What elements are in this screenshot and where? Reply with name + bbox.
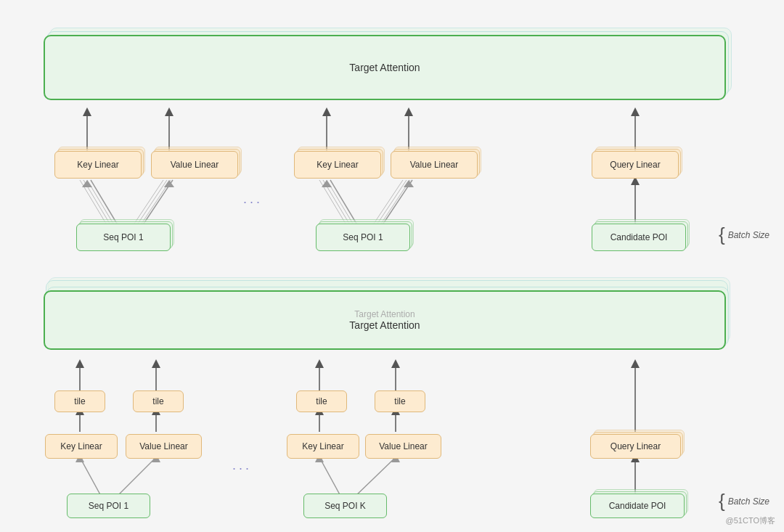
svg-marker-13 bbox=[165, 107, 173, 116]
svg-line-44 bbox=[319, 457, 341, 497]
top-g1-value-linear: Value Linear bbox=[151, 151, 238, 179]
bottom-g2-key-linear: Key Linear bbox=[287, 434, 359, 459]
bottom-g2-tile1: tile bbox=[296, 390, 347, 412]
bottom-g3-candidate-poi: Candidate POI bbox=[590, 494, 685, 518]
top-g3-query-linear: Query Linear bbox=[592, 151, 679, 179]
top-g2-value-linear: Value Linear bbox=[391, 151, 478, 179]
top-section: Target Attention Key Linear Value Linear… bbox=[15, 13, 769, 260]
bottom-g1-seq-poi: Seq POI 1 bbox=[67, 494, 150, 518]
top-target-attention-label: Target Attention bbox=[349, 62, 420, 73]
bottom-g2-value-linear: Value Linear bbox=[365, 434, 441, 459]
bottom-dots: ··· bbox=[232, 461, 252, 476]
svg-marker-4 bbox=[82, 180, 92, 187]
svg-line-46 bbox=[354, 457, 396, 497]
svg-marker-59 bbox=[631, 359, 640, 368]
bottom-g1-key-linear: Key Linear bbox=[45, 434, 118, 459]
top-g2-key-linear: Key Linear bbox=[294, 151, 381, 179]
top-g1-seq-poi: Seq POI 1 bbox=[76, 224, 171, 251]
svg-marker-27 bbox=[404, 107, 413, 116]
bottom-g1-tile1: tile bbox=[54, 390, 105, 412]
svg-marker-9 bbox=[164, 180, 174, 187]
svg-marker-18 bbox=[322, 180, 332, 187]
bottom-section: Target Attention Target Attention tile t… bbox=[15, 276, 769, 523]
svg-marker-43 bbox=[152, 359, 160, 368]
top-g1-key-linear: Key Linear bbox=[54, 151, 142, 179]
bottom-g1-value-linear: Value Linear bbox=[126, 434, 202, 459]
watermark: @51CTO博客 bbox=[726, 515, 775, 526]
bottom-g2-tile2: tile bbox=[375, 390, 425, 412]
svg-line-34 bbox=[116, 457, 156, 497]
svg-marker-53 bbox=[315, 359, 324, 368]
bottom-target-attention-wrapper: Target Attention Target Attention bbox=[44, 283, 726, 356]
bottom-g3-query-linear: Query Linear bbox=[590, 434, 681, 459]
top-g3-candidate-poi: Candidate POI bbox=[592, 224, 686, 251]
svg-marker-31 bbox=[631, 107, 640, 116]
svg-marker-11 bbox=[83, 107, 91, 116]
bottom-batch-size: { Batch Size bbox=[719, 490, 769, 512]
bottom-g1-tile2: tile bbox=[133, 390, 184, 412]
svg-marker-25 bbox=[322, 107, 331, 116]
top-dots: ··· bbox=[243, 195, 263, 210]
top-g2-seq-poi: Seq POI 1 bbox=[316, 224, 410, 251]
svg-marker-55 bbox=[391, 359, 400, 368]
svg-line-32 bbox=[80, 457, 102, 497]
svg-marker-41 bbox=[75, 359, 84, 368]
diagram-container: Target Attention Key Linear Value Linear… bbox=[0, 0, 784, 532]
svg-marker-23 bbox=[404, 180, 414, 187]
top-target-attention-card: Target Attention bbox=[44, 35, 726, 100]
top-batch-size: { Batch Size bbox=[719, 224, 769, 246]
bottom-g2-seq-poi: Seq POI K bbox=[303, 494, 387, 518]
